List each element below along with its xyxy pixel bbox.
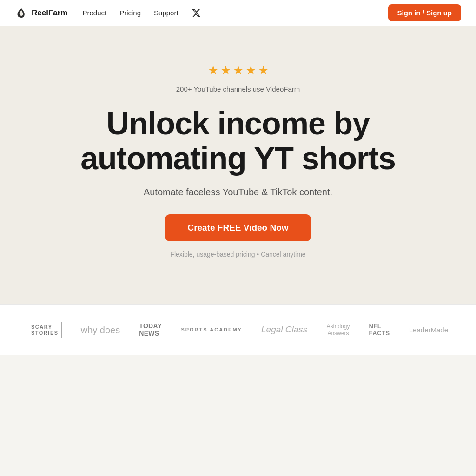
logo-text: ReelFarm	[32, 8, 67, 18]
brand-leader-made: LeaderMade	[409, 326, 448, 334]
brand-why-does: why does	[81, 324, 120, 336]
star-2: ★	[220, 63, 231, 78]
hero-section: ★ ★ ★ ★ ★ 200+ YouTube channels use Vide…	[0, 26, 476, 304]
nav-links: Product Pricing Support	[82, 8, 200, 18]
star-3: ★	[233, 63, 244, 78]
cta-footnote: Flexible, usage-based pricing • Cancel a…	[170, 251, 305, 258]
hero-headline-line2: automating YT shorts	[80, 140, 396, 176]
nav-product[interactable]: Product	[82, 9, 106, 17]
brand-today-news: TODAYNEWS	[139, 323, 162, 337]
channels-text: 200+ YouTube channels use VideoFarm	[176, 85, 300, 93]
logos-section: SCARYSTORIES why does TODAYNEWS SPORTS A…	[0, 304, 476, 355]
star-1: ★	[208, 63, 218, 78]
star-4: ★	[245, 63, 256, 78]
brand-nfl-facts: NFLFACTS	[369, 323, 390, 337]
navbar-left: ReelFarm Product Pricing Support	[15, 7, 201, 20]
create-video-button[interactable]: Create FREE Video Now	[165, 214, 311, 241]
nav-pricing[interactable]: Pricing	[119, 9, 141, 17]
star-rating: ★ ★ ★ ★ ★	[208, 63, 269, 78]
nav-support[interactable]: Support	[154, 9, 178, 17]
logo-icon	[15, 7, 28, 20]
sign-in-button[interactable]: Sign in / Sign up	[388, 4, 462, 21]
brand-astrology: AstrologyAnswers	[326, 323, 350, 337]
hero-headline: Unlock income by automating YT shorts	[80, 106, 396, 176]
hero-subtext: Automate faceless YouTube & TikTok conte…	[144, 187, 332, 198]
brand-legal-class: Legal Class	[261, 324, 307, 335]
brand-sports-academy: SPORTS ACADEMY	[181, 327, 242, 333]
x-twitter-icon[interactable]	[192, 8, 201, 18]
star-5: ★	[258, 63, 269, 78]
navbar: ReelFarm Product Pricing Support Sign in…	[0, 0, 476, 26]
brand-scary-stories: SCARYSTORIES	[28, 322, 62, 338]
logo-area: ReelFarm	[15, 7, 67, 20]
hero-headline-line1: Unlock income by	[106, 106, 370, 141]
